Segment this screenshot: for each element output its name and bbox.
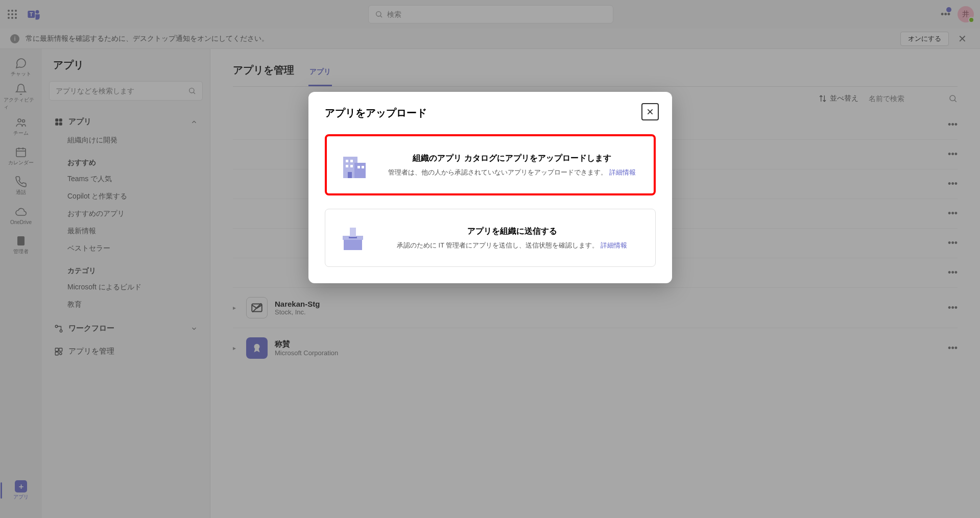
option-desc: 承認のために IT 管理者にアプリを送信し、送信状態を確認します。 詳細情報 <box>381 241 643 250</box>
option-title: 組織のアプリ カタログにアプリをアップロードします <box>383 153 641 164</box>
svg-rect-45 <box>350 165 353 167</box>
close-modal-button[interactable] <box>641 103 659 120</box>
upload-to-org-catalog-option[interactable]: 組織のアプリ カタログにアプリをアップロードします 管理者は、他の人から承認され… <box>325 134 656 195</box>
svg-rect-44 <box>346 165 348 167</box>
upload-app-modal: アプリをアップロード 組織のアプリ カタログにアプリをアップロード <box>308 92 672 283</box>
svg-rect-43 <box>350 160 353 162</box>
app-root: T ••• 井 i 常に最新情報を確認するために、デスクトップ通知をオンにしてく… <box>0 0 980 518</box>
learn-more-link[interactable]: 詳細情報 <box>609 168 636 176</box>
modal-overlay[interactable]: アプリをアップロード 組織のアプリ カタログにアプリをアップロード <box>0 0 980 518</box>
svg-rect-41 <box>354 163 366 178</box>
svg-rect-52 <box>349 237 357 238</box>
submit-to-org-option[interactable]: アプリを組織に送信する 承認のために IT 管理者にアプリを送信し、送信状態を確… <box>325 209 656 267</box>
svg-rect-48 <box>348 172 352 178</box>
learn-more-link[interactable]: 詳細情報 <box>601 241 627 249</box>
option-title: アプリを組織に送信する <box>381 226 643 237</box>
modal-title: アプリをアップロード <box>325 106 656 120</box>
svg-rect-47 <box>362 166 364 168</box>
building-icon <box>339 150 370 180</box>
close-icon <box>646 108 654 116</box>
ballot-box-icon <box>338 223 368 253</box>
svg-rect-42 <box>346 160 348 162</box>
svg-rect-46 <box>357 166 360 168</box>
option-desc: 管理者は、他の人から承認されていないアプリをアップロードできます。 詳細情報 <box>383 168 641 177</box>
svg-rect-51 <box>350 228 356 238</box>
